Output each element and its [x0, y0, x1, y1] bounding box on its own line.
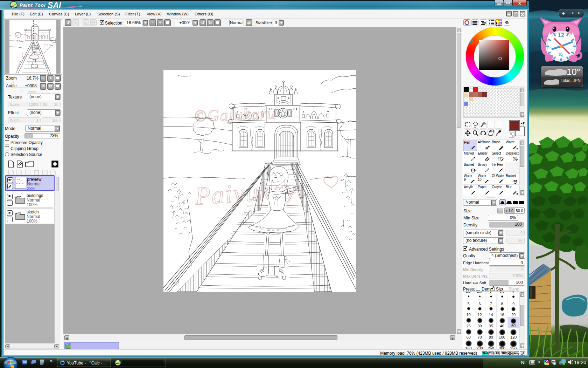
svg-text:Paint Tool: Paint Tool [20, 2, 46, 8]
svg-text:S: S [499, 158, 501, 161]
svg-text:12: 12 [558, 32, 564, 38]
svg-text:SAI: SAI [48, 1, 61, 10]
svg-text:Paiyukayu: Paiyukayu [194, 174, 312, 210]
svg-text:S: S [514, 158, 516, 161]
svg-text:時: 時 [559, 52, 564, 57]
